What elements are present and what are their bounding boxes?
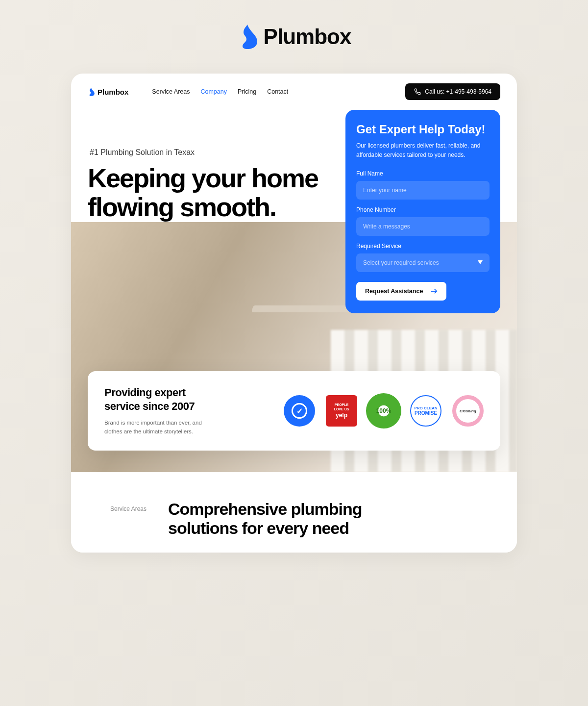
form-title: Get Expert Help Today!	[356, 123, 490, 136]
drop-icon	[88, 88, 95, 96]
nav-link-service-areas[interactable]: Service Areas	[152, 88, 190, 95]
cleaning-partner-badge: Cleaning	[452, 395, 484, 427]
verified-license-badge	[284, 395, 315, 427]
yelp-badge: PEOPLE LOVE US yelp	[326, 395, 357, 427]
brand-hero-lockup: Plumbox	[0, 25, 588, 49]
phone-icon	[414, 88, 421, 95]
pro-clean-promise-badge: PRO CLEAN PROMISE	[410, 395, 441, 427]
phone-input[interactable]	[356, 217, 490, 236]
solutions-section: Service Areas Comprehensive plumbing sol…	[71, 472, 517, 553]
nav-logo[interactable]: Plumbox	[88, 88, 128, 96]
top-navigation: Plumbox Service Areas Company Pricing Co…	[71, 74, 517, 110]
call-us-button[interactable]: Call us: +1-495-493-5964	[405, 83, 500, 100]
full-name-input[interactable]	[356, 181, 490, 200]
nav-links: Service Areas Company Pricing Contact	[152, 88, 288, 95]
trust-title: Providing expert service since 2007	[104, 386, 217, 413]
form-description: Our licensed plumbers deliver fast, reli…	[356, 141, 490, 159]
brand-name: Plumbox	[264, 25, 351, 49]
nav-link-contact[interactable]: Contact	[267, 88, 288, 95]
hero-headline: Keeping your home flowing smooth.	[88, 164, 323, 222]
hero-section: #1 Plumbing Solution in Texax Keeping yo…	[71, 110, 517, 472]
trust-description: Brand is more important than ever, and c…	[104, 419, 217, 436]
satisfaction-guaranteed-badge: 100%	[368, 395, 399, 427]
trust-card: Providing expert service since 2007 Bran…	[88, 371, 500, 451]
trust-badges: PEOPLE LOVE US yelp 100% PRO CLEAN PROMI…	[284, 395, 484, 427]
drop-icon	[237, 25, 258, 49]
arrow-right-icon	[431, 288, 438, 294]
nav-logo-text: Plumbox	[98, 88, 128, 96]
service-select[interactable]	[356, 253, 490, 272]
service-label: Required Service	[356, 243, 490, 250]
request-assistance-button[interactable]: Request Assistance	[356, 282, 446, 301]
call-label: Call us: +1-495-493-5964	[425, 88, 491, 95]
nav-link-company[interactable]: Company	[200, 88, 227, 95]
page-card: Plumbox Service Areas Company Pricing Co…	[71, 74, 517, 553]
submit-label: Request Assistance	[365, 288, 423, 295]
full-name-label: Full Name	[356, 170, 490, 177]
solutions-headline: Comprehensive plumbing solutions for eve…	[168, 500, 403, 538]
quote-form-card: Get Expert Help Today! Our licensed plum…	[345, 110, 500, 313]
solutions-label: Service Areas	[110, 505, 147, 512]
nav-link-pricing[interactable]: Pricing	[238, 88, 256, 95]
phone-label: Phone Number	[356, 206, 490, 213]
